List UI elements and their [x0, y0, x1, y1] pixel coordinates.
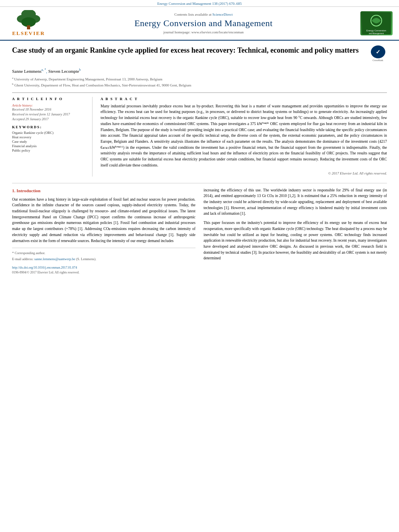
article-info-header: A R T I C L E I N F O	[12, 97, 87, 101]
issn-line: 0196-8904/© 2017 Elsevier Ltd. All right…	[12, 270, 195, 275]
corresponding-author-note: * Corresponding author.	[12, 251, 195, 256]
keyword-4: Financial analysis	[12, 144, 87, 148]
keywords-header: Keywords:	[12, 125, 87, 129]
sciencedirect-link[interactable]: ScienceDirect	[212, 12, 232, 16]
section1-title: 1. Introduction	[12, 187, 195, 194]
revised-date: Received in revised form 12 January 2017	[12, 112, 87, 116]
footnote-area: * Corresponding author. E-mail address: …	[12, 248, 195, 275]
author1-name: Sanne Lemmens	[12, 69, 41, 74]
elsevier-tree-icon	[14, 10, 43, 30]
body-para-2: increasing the efficiency of this use. T…	[204, 187, 387, 217]
abstract-text: Many industrial processes inevitably pro…	[101, 103, 387, 177]
journal-cover-image: Energy Conversion and Management	[356, 11, 393, 35]
doi-url[interactable]: http://dx.doi.org/10.1016/j.enconman.201…	[12, 265, 195, 270]
body-col-left: 1. Introduction Our economies have a lon…	[12, 187, 195, 275]
journal-header: ELSEVIER Contents lists available at Sci…	[0, 7, 399, 41]
keyword-2: Heat recovery	[12, 135, 87, 139]
keywords-section: Keywords: Organic Rankine cycle (ORC) He…	[12, 125, 87, 152]
section-divider	[12, 183, 387, 183]
copyright-notice: © 2017 Elsevier Ltd. All rights reserved…	[101, 171, 387, 177]
svg-text:Energy Conversion: Energy Conversion	[366, 29, 386, 32]
svg-text:and Management: and Management	[369, 33, 384, 35]
elsevier-logo-area: ELSEVIER	[6, 10, 51, 37]
abstract-header: A B S T R A C T	[101, 97, 387, 101]
received-date: Received 18 November 2016	[12, 107, 87, 111]
keyword-1: Organic Rankine cycle (ORC)	[12, 131, 87, 135]
body-content: 1. Introduction Our economies have a lon…	[12, 187, 387, 275]
crossmark-label: CrossMark	[372, 59, 383, 62]
journal-cover-svg: Energy Conversion and Management	[362, 12, 391, 35]
article-history: Article history: Received 18 November 20…	[12, 103, 87, 121]
affiliation-1: a University of Antwerp, Department Engi…	[12, 76, 387, 82]
article-title: Case study of an organic Rankine cycle a…	[12, 45, 369, 55]
journal-reference-text: Energy Conversion and Management 138 (20…	[157, 2, 242, 6]
authors-line: Sanne Lemmensa, *, Steven Lecompteb	[12, 68, 387, 74]
elsevier-wordmark: ELSEVIER	[12, 30, 45, 37]
history-label: Article history:	[12, 103, 87, 107]
journal-logo: Energy Conversion and Management	[360, 11, 393, 35]
journal-reference-bar: Energy Conversion and Management 138 (20…	[0, 0, 399, 7]
author2-sup: b	[79, 68, 81, 72]
abstract-column: A B S T R A C T Many industrial processe…	[101, 97, 387, 177]
affiliation-2: b Ghent University, Department of Flow, …	[12, 82, 387, 88]
crossmark-icon: ✓	[371, 45, 385, 58]
email-note: E-mail address: sanne.lemmens@uantwerp.b…	[12, 257, 195, 262]
article-content: Case study of an organic Rankine cycle a…	[0, 41, 399, 280]
crossmark-badge[interactable]: ✓ CrossMark	[369, 45, 387, 62]
author2-name: Steven Lecompte	[48, 69, 79, 74]
keyword-3: Case study	[12, 140, 87, 144]
journal-homepage-line: journal homepage: www.elsevier.com/locat…	[51, 30, 356, 34]
body-para-3: This paper focusses on the industry's po…	[204, 220, 387, 261]
journal-title: Energy Conversion and Management	[51, 18, 356, 29]
author-email[interactable]: sanne.lemmens@uantwerp.be	[34, 257, 75, 261]
article-title-section: Case study of an organic Rankine cycle a…	[12, 45, 387, 65]
doi-link: http://dx.doi.org/10.1016/j.enconman.201…	[12, 265, 195, 275]
author1-sup: a, *	[41, 68, 46, 72]
keyword-5: Public policy	[12, 148, 87, 152]
info-abstract-section: A R T I C L E I N F O Article history: R…	[12, 92, 387, 177]
affiliations: a University of Antwerp, Department Engi…	[12, 76, 387, 88]
body-col-right: increasing the efficiency of this use. T…	[204, 187, 387, 275]
journal-header-center: Contents lists available at ScienceDirec…	[51, 12, 356, 34]
article-info-column: A R T I C L E I N F O Article history: R…	[12, 97, 93, 177]
svg-rect-4	[27, 25, 30, 29]
email-suffix: (S. Lemmens).	[76, 257, 96, 261]
contents-available-line: Contents lists available at ScienceDirec…	[51, 12, 356, 16]
body-para-1: Our economies have a long history in lar…	[12, 197, 195, 244]
accepted-date: Accepted 29 January 2017	[12, 117, 87, 121]
